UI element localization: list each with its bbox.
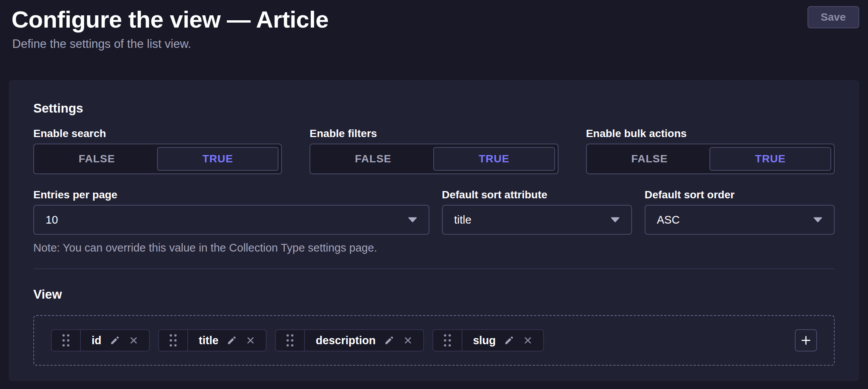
- edit-field-button[interactable]: [504, 335, 514, 346]
- default-sort-order-field: Default sort order ASC: [645, 189, 835, 235]
- drag-dots-icon: [168, 333, 178, 348]
- field-chip-label: title: [199, 334, 219, 347]
- enable-bulk-actions-false-option[interactable]: FALSE: [590, 147, 710, 171]
- field-chip-description[interactable]: description: [275, 329, 424, 351]
- close-icon: [245, 335, 256, 346]
- enable-filters-true-option[interactable]: TRUE: [433, 147, 555, 171]
- enable-bulk-actions-toggle: FALSE TRUE: [586, 144, 835, 174]
- default-sort-attribute-value: title: [454, 214, 611, 226]
- drag-dots-icon: [61, 333, 71, 348]
- remove-field-button[interactable]: [245, 335, 256, 346]
- entries-per-page-field: Entries per page 10 Note: You can overri…: [33, 189, 429, 255]
- page-header: Configure the view — Article Define the …: [0, 0, 868, 51]
- chip-body: id: [81, 330, 149, 351]
- close-icon: [128, 335, 139, 346]
- edit-field-button[interactable]: [226, 335, 237, 346]
- enable-search-true-option[interactable]: TRUE: [157, 147, 279, 171]
- default-sort-attribute-select[interactable]: title: [442, 205, 632, 235]
- plus-icon: [800, 334, 812, 347]
- chevron-down-icon: [813, 217, 822, 222]
- entries-per-page-note: Note: You can override this value in the…: [33, 241, 429, 255]
- pencil-icon: [110, 335, 120, 346]
- chevron-down-icon: [408, 217, 417, 222]
- enable-filters-toggle: FALSE TRUE: [310, 144, 558, 174]
- settings-card: Settings Enable search FALSE TRUE Enable…: [9, 80, 859, 381]
- edit-field-button[interactable]: [384, 335, 395, 346]
- enable-filters-false-option[interactable]: FALSE: [313, 147, 433, 171]
- field-chip-label: description: [316, 334, 375, 347]
- field-chip-slug[interactable]: slug: [432, 329, 544, 351]
- pencil-icon: [504, 335, 514, 346]
- pencil-icon: [226, 335, 237, 346]
- view-heading: View: [33, 287, 835, 302]
- remove-field-button[interactable]: [128, 335, 139, 346]
- enable-search-false-option[interactable]: FALSE: [37, 147, 157, 171]
- entries-per-page-value: 10: [46, 214, 408, 226]
- entries-per-page-select[interactable]: 10: [33, 205, 429, 235]
- field-chip-label: slug: [473, 334, 496, 347]
- remove-field-button[interactable]: [403, 335, 413, 346]
- enable-search-label: Enable search: [33, 127, 282, 140]
- enable-filters-label: Enable filters: [310, 127, 558, 140]
- close-icon: [403, 335, 413, 346]
- default-sort-attribute-label: Default sort attribute: [442, 189, 632, 201]
- page-subtitle: Define the settings of the list view.: [12, 37, 859, 51]
- chip-body: description: [305, 330, 423, 351]
- drag-handle[interactable]: [433, 330, 462, 351]
- enable-bulk-actions-field: Enable bulk actions FALSE TRUE: [586, 127, 835, 174]
- chip-body: slug: [462, 330, 544, 351]
- chip-body: title: [188, 330, 266, 351]
- enable-bulk-actions-true-option[interactable]: TRUE: [709, 147, 831, 171]
- drag-dots-icon: [285, 333, 295, 348]
- close-icon: [522, 335, 533, 346]
- pencil-icon: [384, 335, 395, 346]
- drag-dots-icon: [442, 333, 452, 348]
- settings-heading: Settings: [33, 101, 835, 116]
- drag-handle[interactable]: [276, 330, 305, 351]
- drag-handle[interactable]: [52, 330, 81, 351]
- page-title: Configure the view — Article: [11, 5, 859, 33]
- save-button[interactable]: Save: [807, 6, 859, 28]
- entries-per-page-label: Entries per page: [33, 189, 429, 201]
- drag-handle[interactable]: [159, 330, 188, 351]
- edit-field-button[interactable]: [110, 335, 120, 346]
- configure-view-page: Configure the view — Article Define the …: [0, 0, 868, 381]
- default-sort-order-label: Default sort order: [645, 189, 835, 201]
- selects-row: Entries per page 10 Note: You can overri…: [33, 189, 835, 255]
- remove-field-button[interactable]: [522, 335, 533, 346]
- field-chip-label: id: [92, 334, 102, 347]
- add-field-button[interactable]: [795, 329, 817, 351]
- default-sort-order-value: ASC: [657, 214, 813, 226]
- section-divider: [33, 268, 835, 269]
- enable-bulk-actions-label: Enable bulk actions: [586, 127, 835, 140]
- chevron-down-icon: [611, 217, 620, 222]
- toggles-row: Enable search FALSE TRUE Enable filters …: [33, 127, 835, 174]
- default-sort-order-select[interactable]: ASC: [645, 205, 835, 235]
- enable-search-field: Enable search FALSE TRUE: [33, 127, 282, 174]
- enable-filters-field: Enable filters FALSE TRUE: [310, 127, 558, 174]
- default-sort-attribute-field: Default sort attribute title: [442, 189, 632, 235]
- enable-search-toggle: FALSE TRUE: [33, 144, 282, 174]
- field-chip-title[interactable]: title: [158, 329, 267, 351]
- displayed-fields-dropzone: id title: [33, 315, 835, 366]
- field-chip-id[interactable]: id: [51, 329, 150, 351]
